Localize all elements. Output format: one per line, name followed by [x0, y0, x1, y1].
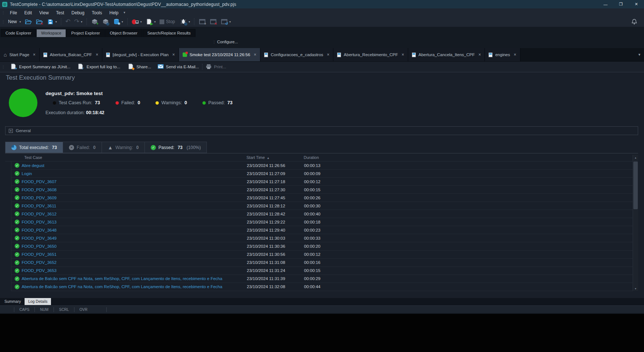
menu-item-file[interactable]: File [6, 10, 21, 16]
test-case-link[interactable]: Login [22, 171, 247, 176]
filter-value: 0 [93, 145, 96, 150]
bottom-tab-log-details[interactable]: Log Details [25, 298, 51, 305]
close-tab-icon[interactable]: × [254, 52, 256, 57]
save-icon[interactable]: ▾ [45, 18, 59, 26]
chevron-down-icon[interactable]: ▾ [140, 20, 142, 23]
close-file-icon[interactable]: ✕ [34, 18, 45, 26]
chevron-down-icon[interactable]: ▾ [189, 20, 190, 23]
test-case-link[interactable]: FOOD_PDV_3608 [22, 188, 247, 192]
filter-tab-passed-[interactable]: ✓Passed:73(100%) [145, 142, 207, 153]
share-button[interactable]: ◆Share... [124, 63, 154, 70]
close-tab-icon[interactable]: × [96, 52, 98, 57]
panel-tab-object-browser[interactable]: Object Browser [105, 29, 142, 37]
scrollbar-thumb[interactable] [633, 162, 638, 209]
test-case-link[interactable]: FOOD_PDV_3650 [22, 244, 247, 248]
chevron-down-icon[interactable]: ▾ [55, 20, 57, 23]
menu-item-edit[interactable]: Edit [21, 10, 36, 16]
close-tab-icon[interactable]: × [402, 52, 404, 57]
duration-cell: 00:00:23 [304, 228, 633, 232]
panel-tab-search-replace-results[interactable]: Search/Replace Results [143, 29, 195, 37]
debug-run-icon[interactable]: ◎▾ [178, 18, 192, 26]
panel-tab-code-explorer[interactable]: Code Explorer [1, 29, 36, 37]
status-bar: CAPSNUMSCRLOVR [0, 305, 644, 313]
grip-handle: ⋮ [211, 40, 217, 44]
close-tab-icon[interactable]: × [33, 52, 36, 57]
chevron-down-icon[interactable]: ▾ [81, 20, 83, 23]
open-file-icon[interactable] [23, 18, 34, 26]
expand-icon[interactable]: + [9, 129, 13, 133]
close-tab-icon[interactable]: × [172, 52, 175, 57]
test-case-link[interactable]: Abertura de Balcão sem CPF na Nota, sem … [22, 276, 247, 281]
doc-tab-start-page[interactable]: ⌂Start Page× [0, 48, 40, 61]
configure-button[interactable]: ⋮ Configure... [211, 40, 238, 44]
test-case-link[interactable]: Abre degust [22, 163, 247, 168]
chevron-down-icon[interactable]: ▾ [122, 11, 127, 14]
minimize-icon[interactable]: — [598, 0, 613, 8]
test-case-link[interactable]: FOOD_PDV_3613 [22, 220, 247, 224]
passed-icon: ✓ [15, 260, 19, 265]
redo-icon[interactable]: ↷▾ [72, 18, 84, 25]
email-button[interactable]: Send via E-Mail... [154, 64, 202, 69]
column-test-case[interactable]: Test Case [24, 155, 246, 160]
undo-icon[interactable]: ↶ [63, 18, 72, 25]
close-icon[interactable]: ✕ [629, 0, 644, 8]
menu-item-view[interactable]: View [36, 10, 52, 16]
column-duration[interactable]: Duration [304, 155, 638, 160]
doc-tab-smoke-test-23-10-2024-11-26-56[interactable]: Smoke test 23/10/2024 11:26:56× [179, 48, 260, 61]
menu-item-help[interactable]: Help [106, 10, 122, 16]
scroll-up-icon[interactable]: ▲ [633, 155, 638, 160]
doc-tab-abertura-recebimento-cpf[interactable]: Abertura_Recebimento_CPF× [333, 48, 408, 61]
vertical-scrollbar[interactable]: ▲ ▼ [633, 155, 638, 291]
add-object-icon[interactable]: + [89, 18, 100, 26]
test-case-link[interactable]: FOOD_PDV_3607 [22, 179, 247, 184]
menu-item-debug[interactable]: Debug [68, 10, 88, 16]
doc-tab--degust-pdv-execution-plan[interactable]: [degust_pdv] - Execution Plan× [102, 48, 179, 61]
run-test-icon[interactable]: ▶▾ [144, 18, 158, 26]
new-window-icon[interactable]: + [197, 18, 208, 26]
scroll-down-icon[interactable]: ▼ [633, 286, 638, 291]
doc-tab-abertura-cancela-itens-cpf[interactable]: Abertura_Cancela_Itens_CPF× [408, 48, 485, 61]
test-case-link[interactable]: Abertura de Balcão sem CPF na Nota, com … [22, 284, 247, 289]
chevron-down-icon[interactable]: ▾ [154, 20, 156, 23]
doc-tab-configuracoes-e-cadastros[interactable]: Configuracoes_e_cadastros× [260, 48, 333, 61]
filter-tab-total-executed-[interactable]: Total executed:73 [5, 142, 63, 153]
close-tab-icon[interactable]: × [327, 52, 329, 57]
close-window-icon[interactable]: ✕ [208, 18, 219, 26]
panel-tab-workspace[interactable]: Workspace [36, 29, 66, 37]
new-button[interactable]: New▾ [6, 18, 23, 25]
test-case-link[interactable]: FOOD_PDV_3609 [22, 196, 247, 200]
restore-icon[interactable]: ❐ [613, 0, 629, 8]
menu-item-tools[interactable]: Tools [88, 10, 106, 16]
notifications-bell-icon[interactable] [630, 18, 639, 26]
bottom-tab-summary[interactable]: Summary [1, 298, 25, 305]
export-junit-button[interactable]: ➜Export Summary as JUnit... [6, 63, 74, 70]
general-section-header[interactable]: + General [5, 126, 638, 135]
record-test-icon[interactable]: ▾ [130, 18, 144, 26]
chevron-down-icon[interactable]: ▾ [19, 20, 21, 23]
test-case-link[interactable]: FOOD_PDV_3649 [22, 236, 247, 240]
doc-tab-engines[interactable]: engines× [485, 48, 520, 61]
test-case-link[interactable]: FOOD_PDV_3611 [22, 204, 247, 208]
chevron-down-icon[interactable]: ▾ [229, 20, 231, 23]
panel-tab-project-explorer[interactable]: Project Explorer [66, 29, 105, 37]
database-checkpoint-icon[interactable]: ✱▾ [111, 18, 125, 26]
duration-cell: 00:00:09 [304, 171, 633, 176]
test-case-link[interactable]: FOOD_PDV_3651 [22, 252, 247, 257]
export-log-button[interactable]: ✓Export full log to... [74, 63, 124, 70]
test-case-link[interactable]: FOOD_PDV_3612 [22, 212, 247, 216]
stop-button[interactable]: Stop [158, 18, 178, 25]
test-case-link[interactable]: FOOD_PDV_3648 [22, 228, 247, 232]
reset-window-icon[interactable]: ↺▾ [219, 18, 233, 26]
chevron-down-icon[interactable]: ▾ [122, 20, 123, 23]
close-tab-icon[interactable]: × [478, 52, 481, 57]
stat-value: 0 [138, 100, 140, 105]
passed-icon: ✓ [15, 284, 19, 289]
test-case-link[interactable]: FOOD_PDV_3653 [22, 268, 247, 273]
close-tab-icon[interactable]: × [514, 52, 516, 57]
tab-scroll-icon[interactable]: ▼ [635, 48, 644, 61]
doc-tab-abertura-balcao-cpf[interactable]: Abertura_Balcao_CPF× [40, 48, 102, 61]
menu-item-test[interactable]: Test [52, 10, 68, 16]
test-case-link[interactable]: FOOD_PDV_3652 [22, 260, 247, 265]
column-start-time[interactable]: Start Time▲ [246, 155, 304, 160]
object-spy-icon[interactable]: ◎ [100, 18, 111, 26]
